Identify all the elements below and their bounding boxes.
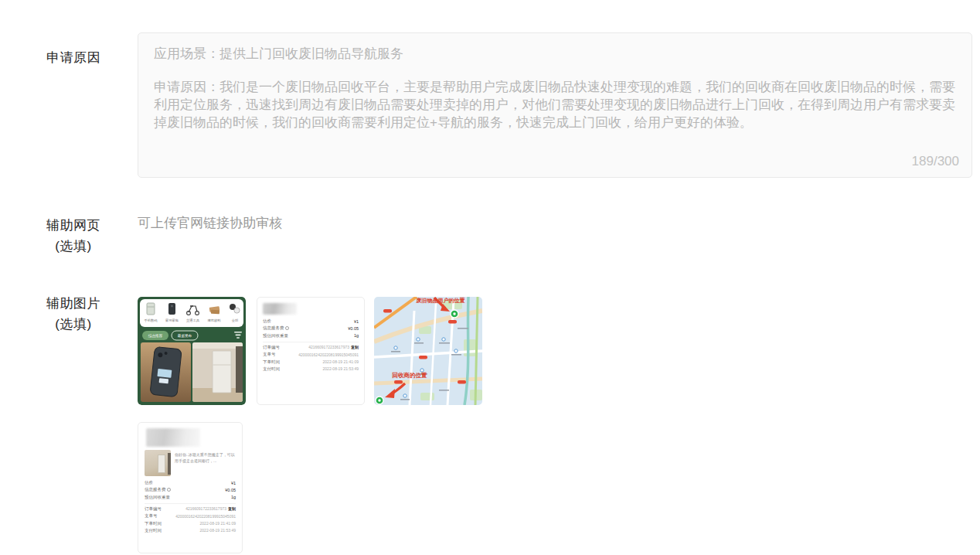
fee-label: 信息服务费: [263, 325, 284, 331]
fee-label: 预估回收重量: [145, 495, 170, 500]
payment-number: 4200001624202208199915045091: [298, 352, 359, 357]
meta-label: 支单号: [145, 513, 158, 519]
order-time: 2022-08-19 21:41:09: [200, 521, 236, 526]
reason-scene-line: 应用场景：提供上门回收废旧物品导航服务: [154, 45, 956, 63]
fee-value: 1g: [231, 495, 236, 499]
fee-value: ¥0.05: [225, 488, 236, 492]
fee-value: 1g: [354, 333, 359, 338]
webpage-optional-label: (选填): [44, 237, 103, 255]
fee-label: 估价: [145, 480, 153, 485]
char-counter: 189/300: [912, 154, 959, 169]
fee-label: 预估回收重量: [263, 333, 288, 339]
meta-label: 下单时间: [263, 359, 280, 365]
reason-textarea[interactable]: 应用场景：提供上门回收废旧物品导航服务 申请原因：我们是一个废旧物品回收平台，主…: [138, 32, 972, 178]
svg-text:综合推荐: 综合推荐: [148, 333, 163, 338]
meta-label: 下单时间: [145, 521, 162, 526]
phone-photo: [141, 342, 191, 402]
info-icon: [167, 488, 171, 492]
sort-pill-active: 综合推荐: [142, 331, 168, 340]
aux-image-app-screenshot[interactable]: 手机数码 家用家电 交通工具 建筑材料 全部 综合推荐 最新发布: [138, 297, 246, 405]
images-optional-label: (选填): [44, 315, 103, 333]
copy-button[interactable]: 复制: [228, 506, 236, 511]
recycler-location-marker: [376, 397, 383, 404]
censored-photo: [263, 303, 297, 315]
speaker-icon: [168, 303, 175, 315]
category-label-3: 交通工具: [186, 318, 200, 322]
meta-label: 订单编号: [263, 345, 280, 350]
category-label-2: 家用家电: [165, 318, 179, 322]
meta-label: 支付时间: [145, 528, 162, 533]
aux-image-order-detail[interactable]: 估价¥1 信息服务费¥0.05 预估回收重量1g 订单编号42166091722…: [257, 297, 365, 405]
app-screenshot-graphic: 手机数码 家用家电 交通工具 建筑材料 全部 综合推荐 最新发布: [138, 297, 246, 405]
info-icon: [285, 326, 289, 330]
meta-label: 支单号: [263, 352, 276, 357]
meta-label: 订单编号: [145, 506, 162, 512]
fee-value: ¥1: [354, 319, 359, 324]
pay-time: 2022-08-19 21:53:49: [200, 528, 236, 533]
user-location-marker: [451, 310, 458, 318]
censored-header: [146, 428, 200, 447]
payment-number: 4200001624202208199915045091: [175, 514, 236, 519]
fridge-photo: [192, 342, 243, 402]
category-label-5: 全部: [232, 318, 239, 322]
aux-image-map[interactable]: 废旧物品用户的位置 回收商的位置: [374, 297, 482, 405]
map-graphic: 废旧物品用户的位置 回收商的位置: [374, 297, 482, 405]
fee-value: ¥1: [231, 481, 236, 485]
order-time: 2022-08-19 21:41:09: [323, 359, 359, 364]
meta-label: 支付时间: [263, 366, 280, 372]
fridge-icon: [147, 303, 155, 315]
divider: [145, 503, 236, 504]
order-number: 4216609172233617973: [185, 506, 226, 511]
webpage-input[interactable]: 可上传官网链接协助审核: [138, 214, 369, 232]
divider: [263, 342, 359, 342]
item-photo: [145, 450, 171, 476]
fee-value: ¥0.05: [348, 326, 359, 331]
application-form: 申请原因 应用场景：提供上门回收废旧物品导航服务 申请原因：我们是一个废旧物品回…: [0, 0, 980, 555]
copy-button[interactable]: 复制: [351, 345, 359, 349]
order-number: 4216609172233617973: [308, 345, 349, 349]
images-label: 辅助图片: [44, 295, 103, 312]
reason-paragraph: 申请原因：我们是一个废旧物品回收平台，主要是帮助用户完成废旧物品快速处理变现的难…: [154, 78, 956, 131]
reason-label: 申请原因: [44, 49, 103, 66]
map-annotation-user: 废旧物品用户的位置: [416, 297, 465, 304]
map-annotation-recycler: 回收商的位置: [393, 372, 428, 379]
webpage-label: 辅助网页: [44, 216, 103, 234]
svg-text:最新发布: 最新发布: [178, 333, 192, 338]
fee-label: 信息服务费: [145, 487, 166, 492]
pay-time: 2022-08-19 21:53:49: [323, 366, 359, 371]
aux-image-chat-order[interactable]: 你好你..冰箱太重不想搬走了，可以用手提走去退回都行，... 估价¥1 信息服务…: [138, 422, 243, 553]
item-description: 你好你..冰箱太重不想搬走了，可以用手提走去退回都行，...: [175, 450, 236, 476]
fee-label: 估价: [263, 318, 271, 324]
